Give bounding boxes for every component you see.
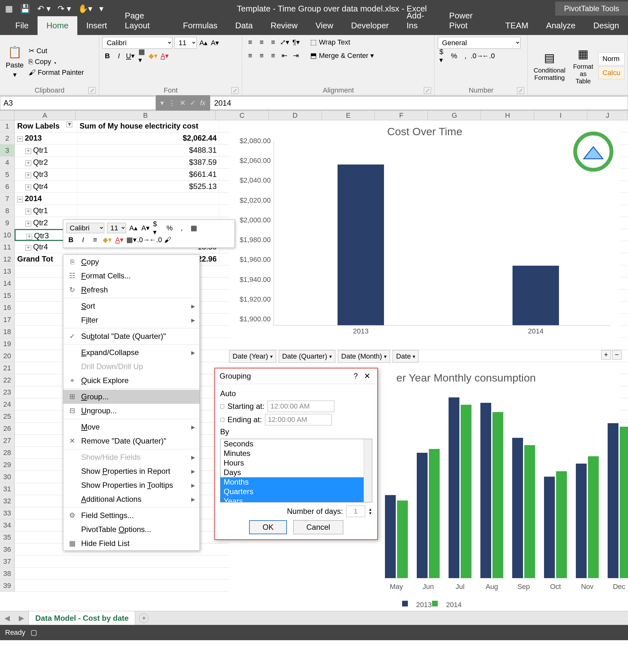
- comma-icon[interactable]: ,: [177, 223, 187, 233]
- pivot-cell[interactable]: [77, 205, 219, 217]
- underline-button[interactable]: U ▾: [125, 51, 135, 61]
- align-left-icon[interactable]: ≡: [245, 51, 255, 61]
- decrease-indent-icon[interactable]: ⇤: [280, 51, 289, 61]
- format-painter-icon[interactable]: 🖌: [163, 235, 172, 245]
- menu-item[interactable]: PivotTable Options...: [63, 523, 199, 536]
- filter-date-quarter[interactable]: Date (Quarter): [279, 350, 335, 363]
- row-header[interactable]: 2: [0, 133, 15, 144]
- copy-button[interactable]: ⎘ Copy ▾: [29, 57, 84, 66]
- col-header[interactable]: C: [216, 111, 269, 120]
- row-header[interactable]: 36: [0, 544, 15, 555]
- decrease-decimal-icon[interactable]: ←.0: [151, 235, 160, 245]
- row-header[interactable]: 38: [0, 568, 15, 579]
- row-header[interactable]: 10: [0, 229, 15, 241]
- expand-collapse-icon[interactable]: −: [17, 136, 23, 142]
- menu-item[interactable]: ⚙Field Settings...: [63, 508, 199, 523]
- pivot-header-values[interactable]: Sum of My house electricity cost: [77, 120, 219, 132]
- fill-color-button[interactable]: ◆▾: [102, 235, 112, 245]
- percent-icon[interactable]: %: [165, 223, 174, 233]
- number-format-select[interactable]: General: [438, 37, 521, 49]
- row-header[interactable]: 20: [0, 350, 15, 362]
- row-header[interactable]: 12: [0, 253, 15, 265]
- row-header[interactable]: 5: [0, 169, 15, 181]
- align-center-icon[interactable]: ≡: [257, 51, 266, 61]
- by-option[interactable]: Minutes: [220, 449, 372, 458]
- row-header[interactable]: 17: [0, 314, 15, 326]
- row-header[interactable]: 19: [0, 338, 15, 350]
- macro-record-icon[interactable]: ▢: [30, 628, 37, 637]
- italic-button[interactable]: I: [114, 51, 123, 61]
- tab-home[interactable]: Home: [38, 16, 77, 35]
- align-bottom-icon[interactable]: ≡: [268, 38, 278, 47]
- row-header[interactable]: 29: [0, 459, 15, 471]
- pivot-cell[interactable]: −2014: [15, 193, 77, 205]
- row-header[interactable]: 32: [0, 495, 15, 507]
- tab-page-layout[interactable]: Page Layout: [116, 6, 174, 35]
- filter-date-month[interactable]: Date (Month): [338, 350, 390, 363]
- font-name-select[interactable]: Calibri: [102, 37, 172, 49]
- text-direction-icon[interactable]: ¶▾: [291, 38, 300, 47]
- menu-item[interactable]: Filter▸: [63, 313, 199, 327]
- col-header[interactable]: H: [481, 111, 534, 120]
- pivot-cell[interactable]: +Qtr1: [15, 144, 77, 156]
- row-header[interactable]: 22: [0, 374, 15, 386]
- row-header[interactable]: 11: [0, 241, 15, 253]
- menu-item[interactable]: Show Properties in Report▸: [63, 464, 199, 478]
- wrap-text-button[interactable]: ⬚ Wrap Text: [309, 37, 351, 48]
- bold-button[interactable]: B: [66, 235, 76, 245]
- font-color-button[interactable]: A▾: [160, 51, 169, 61]
- percent-icon[interactable]: %: [449, 51, 459, 61]
- cut-button[interactable]: ✂ Cut: [29, 47, 84, 55]
- tab-design[interactable]: Design: [584, 16, 628, 35]
- menu-item[interactable]: ⎘Copy: [63, 255, 199, 269]
- col-header[interactable]: E: [322, 111, 375, 120]
- pivot-cell[interactable]: $525.13: [77, 181, 219, 192]
- increase-font-icon[interactable]: A▴: [198, 38, 208, 48]
- pivot-cell[interactable]: +Qtr1: [15, 205, 77, 217]
- menu-item[interactable]: ▦Hide Field List: [63, 536, 199, 550]
- expand-collapse-icon[interactable]: +: [25, 148, 31, 154]
- help-icon[interactable]: ?: [350, 371, 361, 381]
- expand-collapse-icon[interactable]: +: [25, 209, 31, 214]
- collapse-field-icon[interactable]: −: [612, 350, 622, 360]
- align-icon[interactable]: ≡: [90, 235, 100, 245]
- menu-item[interactable]: ↻Refresh: [63, 283, 199, 297]
- touch-mode-icon[interactable]: ✋▾: [78, 4, 92, 14]
- row-header[interactable]: 16: [0, 302, 15, 313]
- expand-collapse-icon[interactable]: +: [25, 172, 31, 178]
- tab-formulas[interactable]: Formulas: [174, 16, 226, 35]
- row-header[interactable]: 9: [0, 217, 15, 229]
- menu-item[interactable]: ⊟Ungroup...: [63, 404, 199, 418]
- borders-icon[interactable]: ▦: [189, 223, 198, 233]
- align-top-icon[interactable]: ≡: [245, 38, 255, 47]
- currency-icon[interactable]: $ ▾: [438, 51, 447, 61]
- bold-button[interactable]: B: [102, 51, 112, 61]
- menu-item[interactable]: ✕Remove "Date (Quarter)": [63, 434, 199, 448]
- pivot-cell[interactable]: $661.41: [77, 169, 219, 181]
- row-header[interactable]: 14: [0, 278, 15, 289]
- menu-item[interactable]: Expand/Collapse▸: [63, 345, 199, 360]
- scrollbar[interactable]: [364, 439, 372, 502]
- pivot-cell[interactable]: $387.59: [77, 157, 219, 168]
- formula-input[interactable]: [210, 96, 628, 110]
- col-header[interactable]: G: [428, 111, 481, 120]
- row-header[interactable]: 24: [0, 398, 15, 410]
- row-header[interactable]: 26: [0, 423, 15, 434]
- row-header[interactable]: 4: [0, 157, 15, 168]
- mini-font-name[interactable]: Calibri: [66, 223, 104, 233]
- starting-at-input[interactable]: [268, 401, 334, 412]
- dialog-launcher-icon[interactable]: ⤢: [424, 87, 431, 94]
- row-header[interactable]: 23: [0, 386, 15, 398]
- filter-date-year[interactable]: Date (Year): [229, 350, 276, 363]
- menu-item[interactable]: Sort▸: [63, 299, 199, 313]
- borders-button[interactable]: ▦ ▾: [137, 51, 146, 61]
- fx-icon[interactable]: fx: [200, 99, 206, 107]
- currency-icon[interactable]: $ ▾: [153, 223, 162, 233]
- dialog-launcher-icon[interactable]: ⤢: [89, 87, 96, 94]
- menu-item[interactable]: ✓Subtotal "Date (Quarter)": [63, 329, 199, 343]
- tab-addins[interactable]: Add-Ins: [398, 6, 440, 35]
- pivot-cell[interactable]: [77, 193, 219, 205]
- by-option[interactable]: Hours: [220, 458, 372, 468]
- namebox-dropdown-icon[interactable]: ▾: [160, 99, 164, 107]
- name-box[interactable]: [0, 96, 156, 110]
